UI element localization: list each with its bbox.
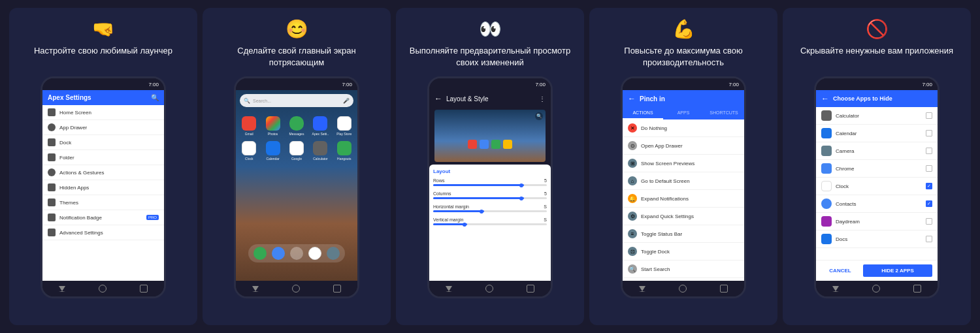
menu-actions-gestures[interactable]: Actions & Gestures (42, 165, 164, 180)
app-calculator[interactable]: Calculator (311, 141, 329, 161)
hmargin-label: Horizontal margin (433, 204, 469, 209)
app-calendar[interactable]: Calendar (263, 141, 282, 161)
recents-btn5[interactable] (913, 285, 921, 293)
hide-app-chrome[interactable]: Chrome (816, 160, 938, 178)
pinch-item-status-bar[interactable]: ≡ Toggle Status Bar (623, 225, 744, 243)
pinch-item-notifications[interactable]: 🔔 Expand Notifications (623, 190, 744, 208)
back-btn[interactable] (59, 286, 65, 292)
app-google[interactable]: Google (287, 141, 306, 161)
nothing-label: Do Nothing (641, 125, 667, 131)
pinch-item-previews[interactable]: ⊞ Show Screen Previews (623, 155, 744, 172)
google-label: Google (291, 157, 302, 161)
pinch-back-icon[interactable]: ← (628, 94, 636, 103)
apex-settings-header: Apex Settings 🔍 (42, 90, 164, 105)
app-gmail[interactable]: Gmail (240, 116, 258, 136)
back-btn2[interactable] (252, 286, 259, 292)
menu-gestures-label: Actions & Gestures (59, 170, 104, 176)
dock-apps[interactable] (290, 247, 303, 260)
docs-checkbox[interactable] (926, 236, 932, 242)
rows-thumb[interactable] (519, 183, 523, 187)
dock-chrome[interactable] (308, 247, 321, 260)
home-btn3[interactable] (485, 285, 493, 293)
back-btn5[interactable] (832, 286, 839, 292)
default-screen-icon: ⌂ (628, 176, 637, 185)
vmargin-thumb[interactable] (463, 223, 466, 227)
hide-apps-button[interactable]: HIDE 2 APPS (863, 264, 932, 277)
hmargin-slider[interactable] (433, 210, 547, 212)
daydream-checkbox[interactable] (926, 218, 932, 225)
columns-thumb[interactable] (519, 197, 523, 200)
previews-icon: ⊞ (628, 159, 637, 168)
menu-app-drawer[interactable]: App Drawer (42, 120, 164, 135)
app-messages[interactable]: Messages (287, 116, 306, 136)
hide-app-calculator[interactable]: Calculator (816, 107, 938, 125)
calculator-checkbox[interactable] (926, 112, 932, 119)
dock-contacts[interactable] (272, 247, 285, 260)
hide-back-icon[interactable]: ← (821, 94, 829, 103)
search-bar[interactable]: 🔍 Search... 🎤 (240, 94, 353, 107)
pinch-tabs: ACTIONS APPS SHORTCUTS (623, 107, 744, 119)
hide-app-clock[interactable]: Clock ✓ (816, 178, 938, 195)
menu-folder[interactable]: Folder (42, 150, 164, 165)
back-arrow-icon[interactable]: ← (434, 94, 442, 103)
tab-actions[interactable]: ACTIONS (623, 107, 663, 119)
cancel-button[interactable]: CANCEL (821, 264, 859, 277)
dock-phone[interactable] (253, 247, 267, 260)
pinch-item-app-drawer[interactable]: ⊙ Open App Drawer (623, 137, 744, 155)
hide-app-camera[interactable]: Camera (816, 142, 938, 160)
app-apex[interactable]: Apex Setti.. (311, 116, 329, 136)
rows-value: 5 (544, 178, 547, 184)
chrome-checkbox[interactable] (926, 165, 932, 172)
recents-btn2[interactable] (333, 285, 341, 293)
menu-advanced-settings[interactable]: Advanced Settings (42, 225, 164, 240)
hide-app-docs[interactable]: Docs (816, 230, 938, 248)
columns-slider[interactable] (433, 197, 547, 199)
hmargin-thumb[interactable] (480, 210, 483, 214)
apex-label: Apex Setti.. (312, 132, 329, 136)
app-hangouts[interactable]: Hangouts (335, 141, 353, 161)
back-btn4[interactable] (639, 286, 645, 292)
pinch-item-toggle-dock[interactable]: ⊡ Toggle Dock (623, 243, 744, 261)
mic-icon: 🎤 (343, 98, 350, 104)
hide-app-contacts[interactable]: Contacts ✓ (816, 195, 938, 213)
calculator-label2: Calculator (313, 157, 328, 161)
menu-themes[interactable]: Themes (42, 195, 164, 210)
pinch-item-default[interactable]: ⌂ Go to Default Screen (623, 172, 744, 190)
menu-hidden-apps[interactable]: Hidden Apps (42, 180, 164, 195)
app-play[interactable]: Play Store (335, 116, 353, 136)
home-btn4[interactable] (679, 285, 687, 293)
calendar-checkbox[interactable] (926, 130, 932, 136)
columns-label: Columns (433, 191, 451, 196)
preview-app3 (491, 140, 500, 149)
hide-app-daydream[interactable]: Daydream (816, 213, 938, 230)
preview-search-icon[interactable]: 🔍 (535, 112, 543, 120)
rows-slider[interactable] (433, 184, 547, 186)
back-btn3[interactable] (446, 286, 452, 292)
recents-btn[interactable] (140, 285, 148, 293)
nothing-icon: ✕ (628, 123, 637, 133)
recents-btn3[interactable] (527, 285, 534, 293)
clock-checkbox[interactable]: ✓ (926, 183, 932, 189)
menu-dock[interactable]: Dock (42, 135, 164, 150)
menu-notification-badge[interactable]: Notification Badge PRO (42, 210, 164, 225)
tab-apps[interactable]: APPS (663, 107, 704, 119)
app-photos[interactable]: Photos (263, 116, 282, 136)
contacts-checkbox[interactable]: ✓ (926, 200, 932, 207)
home-btn5[interactable] (872, 285, 880, 293)
more-icon[interactable]: ⋮ (539, 95, 546, 103)
home-btn[interactable] (99, 285, 106, 293)
pinch-item-quick-settings[interactable]: ⚙ Expand Quick Settings (623, 208, 744, 225)
hide-header: ← Choose Apps to Hide (816, 90, 938, 107)
hide-app-calendar[interactable]: Calendar (816, 125, 938, 142)
pinch-item-search[interactable]: 🔍 Start Search (623, 261, 744, 278)
pinch-item-nothing[interactable]: ✕ Do Nothing (623, 119, 744, 137)
dock-camera[interactable] (327, 247, 340, 260)
recents-btn4[interactable] (720, 285, 728, 293)
app-clock[interactable]: Clock (240, 141, 258, 161)
menu-home-screen[interactable]: Home Screen (42, 105, 164, 120)
vmargin-slider[interactable] (433, 223, 547, 225)
tab-shortcuts[interactable]: SHORTCUTS (704, 107, 744, 119)
camera-checkbox[interactable] (926, 148, 932, 154)
home-btn2[interactable] (292, 285, 300, 293)
search-icon[interactable]: 🔍 (151, 94, 159, 101)
